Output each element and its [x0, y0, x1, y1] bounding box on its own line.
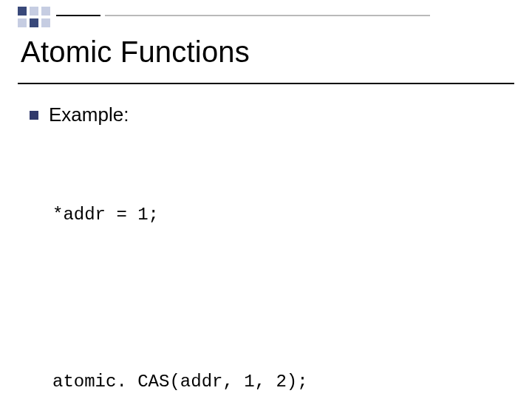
- code-line: atomic. CAS(addr, 1, 2);: [50, 367, 502, 396]
- slide-title: Atomic Functions: [21, 35, 250, 69]
- square-icon: [30, 18, 38, 27]
- square-icon: [41, 18, 50, 27]
- slide-body: Example: *addr = 1; atomic. CAS(addr, 1,…: [30, 103, 502, 399]
- code-block: *addr = 1; atomic. CAS(addr, 1, 2); atom…: [50, 146, 502, 399]
- bullet-marker-icon: [30, 111, 38, 120]
- bullet-text: Example:: [49, 103, 129, 126]
- square-icon: [18, 7, 27, 16]
- decorative-line: [105, 15, 430, 16]
- square-icon: [30, 7, 38, 16]
- code-blank-line: [50, 284, 502, 312]
- decorative-header-bar: [18, 10, 514, 24]
- decorative-squares: [18, 7, 50, 27]
- square-icon: [41, 7, 50, 16]
- code-line: *addr = 1;: [50, 200, 502, 229]
- title-underline: [18, 83, 514, 84]
- square-icon: [18, 18, 27, 27]
- code-text: *addr = 1;: [50, 200, 161, 229]
- code-text: atomic. CAS(addr, 1, 2);: [50, 367, 310, 396]
- bullet-item: Example:: [30, 103, 502, 126]
- slide: Atomic Functions Example: *addr = 1; ato…: [0, 0, 532, 399]
- decorative-line: [56, 15, 100, 16]
